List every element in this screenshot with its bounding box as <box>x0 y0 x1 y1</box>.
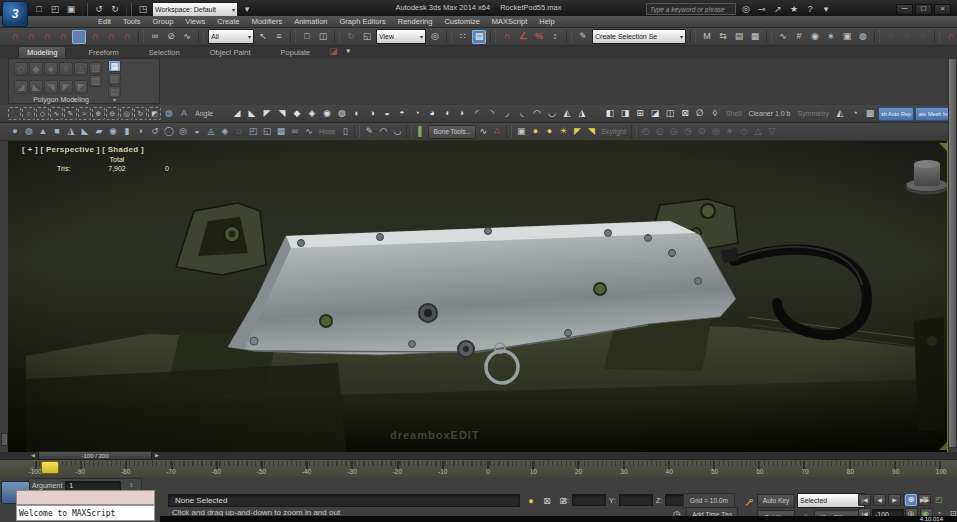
fetch-icon[interactable]: ◳ <box>136 3 150 17</box>
close-button[interactable]: × <box>934 4 951 15</box>
tube-primitive-icon[interactable]: ◎ <box>176 125 190 139</box>
minimize-button[interactable]: ─ <box>896 4 913 15</box>
infocenter-search-icon[interactable]: ◎ <box>739 2 753 16</box>
snap-toggle-icon[interactable]: ∩ <box>120 30 134 44</box>
menu-maxscript[interactable]: MAXScript <box>486 17 533 26</box>
frame-ruler[interactable]: -100-90-80-70-60-50-40-30-20-10010203040… <box>35 460 941 477</box>
menu-edit[interactable]: Edit <box>92 17 117 26</box>
zoom-region-icon[interactable]: ◰ <box>933 494 945 506</box>
new-file-icon[interactable]: □ <box>32 3 46 17</box>
polygon-subobject-icon[interactable]: ◊ <box>59 62 73 76</box>
poly-tool-icon[interactable]: ◒ <box>380 107 394 121</box>
perspective-viewport[interactable]: [ + ] [ Perspective ] [ Shaded ] Total T… <box>8 141 948 452</box>
snap-3d-icon[interactable]: ∩ <box>500 30 514 44</box>
keyboard-shortcut-override-icon[interactable]: ▤ <box>472 30 486 44</box>
poly-tool-icon[interactable]: ◗ <box>455 107 469 121</box>
tab-object-paint[interactable]: Object Paint <box>202 47 259 58</box>
polygon-subobject-icon[interactable]: ◈ <box>44 62 58 76</box>
track-bar[interactable]: ∿ -100-90-80-70-60-50-40-30-20-100102030… <box>0 460 957 478</box>
outline-icon[interactable]: ◪ <box>648 107 662 121</box>
utility-icon[interactable]: ∗ <box>723 125 737 139</box>
mirror-icon[interactable]: M <box>700 30 714 44</box>
soft-selection-icon[interactable]: ◍ <box>162 107 176 121</box>
checker-icon[interactable]: ▩ <box>863 107 877 121</box>
cat-object-icon[interactable]: ▌ <box>414 125 428 139</box>
time-slider-thumb[interactable]: -100 / 200 <box>38 451 152 460</box>
pan-view-icon[interactable]: ⊕ <box>905 494 917 506</box>
tab-populate[interactable]: Populate <box>273 47 319 58</box>
polygon-subobject-icon[interactable]: ◆ <box>29 62 43 76</box>
modify-mode-icon[interactable]: ◤ <box>59 80 73 94</box>
redo-icon[interactable]: ↻ <box>108 3 122 17</box>
select-by-name-icon[interactable]: ≡ <box>272 30 286 44</box>
preview-subobject-icon[interactable]: ▨ <box>89 75 102 87</box>
spot-light-icon[interactable]: ● <box>542 125 556 139</box>
poly-tool-icon[interactable]: ◞ <box>500 107 514 121</box>
render-region-icon[interactable]: ◌ <box>916 30 930 44</box>
cylinder-primitive-icon[interactable]: ▮ <box>120 125 134 139</box>
mesh-auto-repair-button[interactable]: sh Auto Rep <box>878 107 914 121</box>
open-file-icon[interactable]: ◰ <box>48 3 62 17</box>
chamfer-icon[interactable]: ∅ <box>693 107 707 121</box>
poly-tool-icon[interactable]: ◣ <box>245 107 259 121</box>
menu-modifiers[interactable]: Modifiers <box>246 17 288 26</box>
go-to-start-icon[interactable]: |◀ <box>858 494 871 506</box>
marquee-fence-icon[interactable]: ◇ <box>36 107 49 120</box>
poly-tool-icon[interactable]: ◆ <box>290 107 304 121</box>
angle-constraint-icon[interactable]: A <box>177 107 191 121</box>
material-editor-icon[interactable]: ◉ <box>808 30 822 44</box>
help-icon[interactable]: ? <box>803 2 817 16</box>
activeshade-icon[interactable]: ◌ <box>900 30 914 44</box>
app-menu-button[interactable]: 3 <box>2 1 28 27</box>
select-and-rotate-icon[interactable]: ↻ <box>344 30 358 44</box>
poly-tool-icon[interactable]: ◕ <box>425 107 439 121</box>
key-selection-dropdown[interactable]: Selected ▾ <box>797 493 865 508</box>
menu-views[interactable]: Views <box>179 17 211 26</box>
save-icon[interactable]: ▣ <box>64 3 78 17</box>
undo-icon[interactable]: ↺ <box>92 3 106 17</box>
menu-help[interactable]: Help <box>533 17 560 26</box>
grow-selection-icon[interactable]: ⊕ <box>92 107 105 120</box>
panel-caret-icon[interactable]: ▾ <box>113 96 116 103</box>
render-iterative-icon[interactable]: ◌ <box>884 30 898 44</box>
prism-primitive-icon[interactable]: ◣ <box>78 125 92 139</box>
curve-editor-icon[interactable]: ∿ <box>776 30 790 44</box>
snap-toggle-icon[interactable]: ∩ <box>40 30 54 44</box>
modify-mode-icon[interactable]: ◢ <box>14 80 28 94</box>
snap-toggle-icon[interactable]: ∩ <box>8 30 22 44</box>
utility-icon[interactable]: ⊙ <box>695 125 709 139</box>
reference-coordinate-dropdown[interactable]: View▾ <box>376 29 426 44</box>
tab-selection[interactable]: Selection <box>141 47 188 58</box>
capsule-primitive-icon[interactable]: ◗ <box>134 125 148 139</box>
named-selection-sets-dropdown[interactable]: Create Selection Se▾ <box>592 29 686 44</box>
right-dock-strip[interactable] <box>948 58 957 448</box>
viewport-3d-scene[interactable] <box>8 141 947 452</box>
hedra-primitive-icon[interactable]: ◈ <box>218 125 232 139</box>
viewport-label[interactable]: [ + ] [ Perspective ] [ Shaded ] <box>22 145 144 154</box>
ignore-backfacing-icon[interactable]: ◩ <box>148 107 161 120</box>
adaptive-degradation-icon[interactable]: ● <box>524 494 538 508</box>
sphere-primitive-icon[interactable]: ● <box>8 125 22 139</box>
bone-tools-button[interactable]: Bone Tools... <box>428 125 476 139</box>
scene-explorer-icon[interactable]: ▦ <box>748 30 762 44</box>
menu-create[interactable]: Create <box>211 17 246 26</box>
poly-tool-icon[interactable]: ◡ <box>545 107 559 121</box>
show-end-result-icon[interactable]: ▥ <box>108 73 121 85</box>
selection-region-icon[interactable]: □ <box>300 30 314 44</box>
extrude-icon[interactable]: ◧ <box>603 107 617 121</box>
key-icon[interactable]: ⊸ <box>739 492 759 512</box>
menu-group[interactable]: Group <box>146 17 179 26</box>
ring-selection-icon[interactable]: ◎ <box>120 107 133 120</box>
layer-manager-icon[interactable]: ▤ <box>732 30 746 44</box>
poly-tool-icon[interactable]: ◔ <box>410 107 424 121</box>
macro-recorder-pane[interactable] <box>16 490 155 505</box>
poly-tool-icon[interactable]: ◐ <box>350 107 364 121</box>
marquee-lasso-icon[interactable]: ∿ <box>50 107 63 120</box>
rendered-frame-window-icon[interactable]: ▣ <box>840 30 854 44</box>
torus-knot-primitive-icon[interactable]: ∞ <box>288 125 302 139</box>
y-coordinate-field[interactable] <box>619 494 653 506</box>
omni-light-icon[interactable]: ● <box>528 125 542 139</box>
timeline-left-arrow-icon[interactable]: ◀ <box>28 452 38 459</box>
poly-tool-icon[interactable]: ◢ <box>230 107 244 121</box>
viewport-mini-handle[interactable] <box>1 433 8 446</box>
